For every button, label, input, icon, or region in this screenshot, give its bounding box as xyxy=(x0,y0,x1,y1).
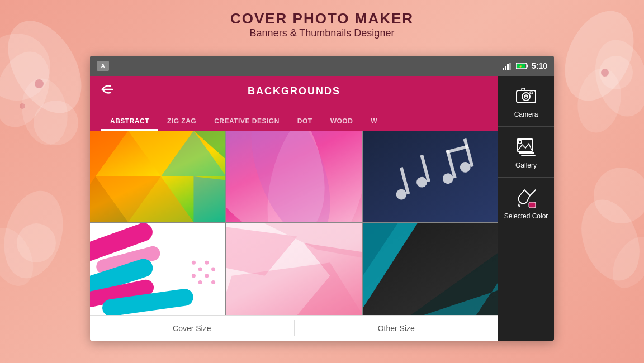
bg-abstract-purple xyxy=(226,131,362,222)
svg-point-52 xyxy=(192,261,196,265)
app-area: BACKGROUNDS ABSTRACT ZIG ZAG CREATIVE DE… xyxy=(90,76,554,341)
svg-rect-14 xyxy=(505,66,506,70)
gallery-button[interactable]: Gallery xyxy=(498,127,554,178)
image-grid xyxy=(90,131,498,315)
svg-text:⚡: ⚡ xyxy=(519,65,523,69)
svg-rect-15 xyxy=(507,64,509,70)
svg-rect-18 xyxy=(527,65,528,68)
status-time: 5:10 xyxy=(532,61,547,70)
svg-rect-16 xyxy=(509,63,511,70)
app-header: BACKGROUNDS xyxy=(90,76,498,106)
status-bar-left: A xyxy=(97,61,109,71)
tab-wood[interactable]: WOOD xyxy=(321,112,362,131)
tab-dot[interactable]: DOT xyxy=(288,112,321,131)
gallery-icon xyxy=(514,135,538,158)
svg-point-56 xyxy=(205,261,209,265)
svg-point-54 xyxy=(192,274,196,278)
app-subtitle: Banners & Thumbnails Designer xyxy=(0,27,644,39)
status-bar: A ⚡ 5:10 xyxy=(90,56,554,76)
tab-bar: ABSTRACT ZIG ZAG CREATIVE DESIGN DOT WOO… xyxy=(90,106,498,131)
svg-line-78 xyxy=(530,190,536,195)
bg-abstract-soft xyxy=(226,223,362,315)
svg-rect-79 xyxy=(529,202,536,208)
gallery-label: Gallery xyxy=(515,161,537,169)
signal-icon xyxy=(503,62,513,70)
bottom-bar: Cover Size Other Size xyxy=(90,315,498,341)
camera-label: Camera xyxy=(514,111,538,118)
svg-point-59 xyxy=(211,280,215,284)
grid-cell-2[interactable] xyxy=(226,131,362,222)
svg-point-11 xyxy=(604,230,644,295)
svg-marker-30 xyxy=(193,176,225,222)
svg-point-57 xyxy=(211,267,215,271)
battery-icon: ⚡ xyxy=(516,63,528,69)
tab-creative-design[interactable]: CREATIVE DESIGN xyxy=(205,112,288,131)
bg-abstract-triangles xyxy=(90,131,225,222)
cover-size-button[interactable]: Cover Size xyxy=(90,316,294,341)
svg-rect-13 xyxy=(503,68,504,70)
header-title: BACKGROUNDS xyxy=(248,85,340,97)
grid-cell-6[interactable] xyxy=(363,223,498,315)
other-size-button[interactable]: Other Size xyxy=(295,316,499,341)
bg-music-notes xyxy=(363,131,498,222)
grid-cell-4[interactable] xyxy=(90,223,225,315)
svg-rect-73 xyxy=(530,92,533,94)
camera-button[interactable]: Camera xyxy=(498,76,554,127)
svg-rect-36 xyxy=(363,131,498,222)
grid-cell-3[interactable] xyxy=(363,131,498,222)
right-sidebar: Camera Gallery xyxy=(498,76,554,341)
app-title: COVER PHOTO MAKER xyxy=(0,10,644,27)
svg-point-53 xyxy=(198,267,202,271)
tab-w[interactable]: W xyxy=(362,112,386,131)
svg-point-6 xyxy=(20,103,25,109)
svg-point-75 xyxy=(518,140,522,144)
svg-rect-74 xyxy=(517,139,533,151)
grid-cell-5[interactable] xyxy=(226,223,362,315)
svg-point-55 xyxy=(198,280,202,284)
svg-point-58 xyxy=(205,274,209,278)
bg-shapes-pink-blue xyxy=(90,223,225,315)
grid-cell-1[interactable] xyxy=(90,131,225,222)
main-panel: BACKGROUNDS ABSTRACT ZIG ZAG CREATIVE DE… xyxy=(90,76,498,341)
page-header: COVER PHOTO MAKER Banners & Thumbnails D… xyxy=(0,0,644,42)
status-icon-a: A xyxy=(97,61,109,71)
status-bar-right: ⚡ 5:10 xyxy=(503,61,547,70)
camera-icon xyxy=(514,84,538,107)
paint-bucket-icon xyxy=(514,185,538,209)
bg-geometric-teal xyxy=(363,223,498,315)
tab-abstract[interactable]: ABSTRACT xyxy=(101,112,158,131)
selected-color-button[interactable]: Selected Color xyxy=(498,178,554,228)
tab-zigzag[interactable]: ZIG ZAG xyxy=(158,112,205,131)
phone-mockup: A ⚡ 5:10 xyxy=(90,56,554,341)
back-button[interactable] xyxy=(98,84,113,98)
selected-color-label: Selected Color xyxy=(504,212,548,220)
